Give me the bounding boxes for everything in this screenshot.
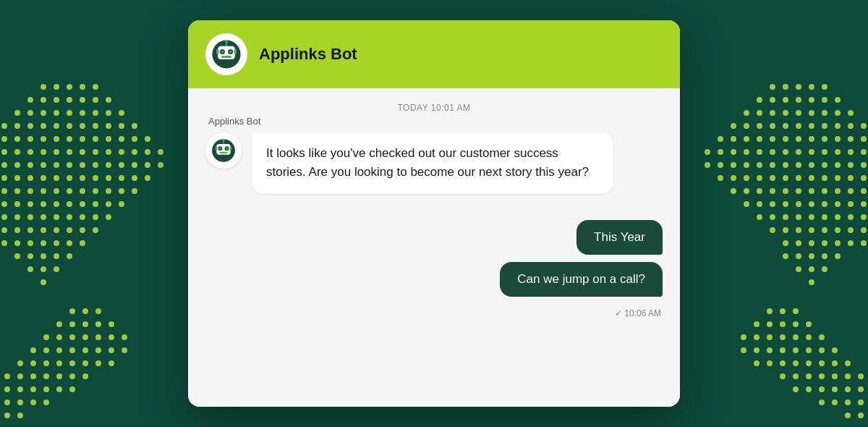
svg-point-256 <box>861 175 867 181</box>
svg-point-265 <box>744 175 749 181</box>
svg-point-44 <box>1 149 7 155</box>
svg-point-97 <box>54 201 59 207</box>
read-receipt: ✓ 10:06 AM <box>615 308 663 318</box>
reply-jump-on-call[interactable]: Can we jump on a call? <box>500 262 663 297</box>
svg-point-170 <box>43 373 49 379</box>
svg-point-333 <box>780 334 786 340</box>
svg-point-106 <box>41 214 46 220</box>
svg-point-356 <box>819 373 825 379</box>
svg-point-282 <box>822 201 827 207</box>
svg-point-314 <box>822 253 827 259</box>
svg-point-126 <box>80 240 85 246</box>
svg-point-132 <box>27 266 33 272</box>
svg-point-386 <box>222 139 224 141</box>
svg-point-351 <box>767 360 773 366</box>
svg-rect-393 <box>221 155 226 158</box>
svg-point-110 <box>93 214 98 220</box>
svg-point-6 <box>41 97 46 103</box>
svg-point-135 <box>41 279 46 285</box>
svg-point-228 <box>731 136 736 142</box>
svg-point-352 <box>754 360 760 366</box>
svg-point-227 <box>744 136 749 142</box>
svg-point-279 <box>861 201 867 207</box>
svg-point-45 <box>14 149 20 155</box>
svg-point-281 <box>835 201 841 207</box>
svg-point-371 <box>845 413 851 418</box>
svg-point-159 <box>17 360 23 366</box>
svg-point-58 <box>14 162 20 168</box>
svg-point-101 <box>106 201 111 207</box>
svg-point-160 <box>30 360 36 366</box>
svg-point-258 <box>835 175 841 181</box>
svg-point-54 <box>132 149 137 155</box>
svg-point-213 <box>783 123 788 129</box>
bot-message-row: It looks like you've checked out our cus… <box>205 132 663 194</box>
svg-point-267 <box>718 175 723 181</box>
svg-point-55 <box>145 149 150 155</box>
svg-point-13 <box>27 110 33 116</box>
svg-point-379 <box>229 51 232 54</box>
svg-point-286 <box>770 201 775 207</box>
svg-point-24 <box>41 123 46 129</box>
svg-point-183 <box>43 399 49 405</box>
svg-point-162 <box>56 360 62 366</box>
svg-point-292 <box>822 214 827 220</box>
svg-point-90 <box>106 188 111 194</box>
svg-point-155 <box>82 347 88 353</box>
svg-point-112 <box>1 227 7 233</box>
svg-point-308 <box>835 240 841 246</box>
svg-point-26 <box>67 123 72 129</box>
svg-point-289 <box>861 214 867 220</box>
reply-this-year[interactable]: This Year <box>576 220 663 255</box>
svg-point-89 <box>93 188 98 194</box>
svg-point-317 <box>783 253 788 259</box>
svg-point-156 <box>95 347 101 353</box>
svg-point-81 <box>145 175 150 181</box>
svg-point-56 <box>158 149 163 155</box>
svg-point-271 <box>822 188 827 194</box>
chat-body: TODAY 10:01 AM Applinks Bot <box>188 88 680 407</box>
svg-point-158 <box>122 347 127 353</box>
svg-point-34 <box>27 136 33 142</box>
svg-point-284 <box>796 201 801 207</box>
svg-point-19 <box>106 110 111 116</box>
svg-point-293 <box>809 214 814 220</box>
svg-point-326 <box>793 321 799 327</box>
svg-point-204 <box>770 110 775 116</box>
svg-point-224 <box>783 136 788 142</box>
svg-point-50 <box>80 149 85 155</box>
svg-point-83 <box>14 188 20 194</box>
svg-point-200 <box>822 110 827 116</box>
svg-point-243 <box>861 162 867 168</box>
svg-point-164 <box>82 360 88 366</box>
svg-point-119 <box>93 227 98 233</box>
svg-point-5 <box>27 97 33 103</box>
svg-point-330 <box>819 334 825 340</box>
svg-point-47 <box>41 149 46 155</box>
svg-point-146 <box>69 334 75 340</box>
svg-point-378 <box>221 51 224 54</box>
svg-point-147 <box>82 334 88 340</box>
svg-point-237 <box>770 149 775 155</box>
svg-point-49 <box>67 149 72 155</box>
svg-point-40 <box>106 136 111 142</box>
svg-point-231 <box>848 149 854 155</box>
svg-point-259 <box>822 175 827 181</box>
svg-point-188 <box>796 84 801 90</box>
svg-point-151 <box>30 347 36 353</box>
svg-point-290 <box>848 214 854 220</box>
svg-point-369 <box>819 399 825 405</box>
svg-point-136 <box>69 308 75 314</box>
svg-point-340 <box>793 347 799 353</box>
svg-point-128 <box>27 253 33 259</box>
svg-point-252 <box>744 162 749 168</box>
svg-point-122 <box>27 240 33 246</box>
svg-point-331 <box>806 334 812 340</box>
svg-point-177 <box>43 386 49 392</box>
svg-point-143 <box>109 321 114 327</box>
svg-rect-395 <box>230 146 232 151</box>
svg-point-357 <box>806 373 812 379</box>
svg-point-68 <box>145 162 150 168</box>
svg-point-182 <box>30 399 36 405</box>
svg-point-152 <box>43 347 49 353</box>
